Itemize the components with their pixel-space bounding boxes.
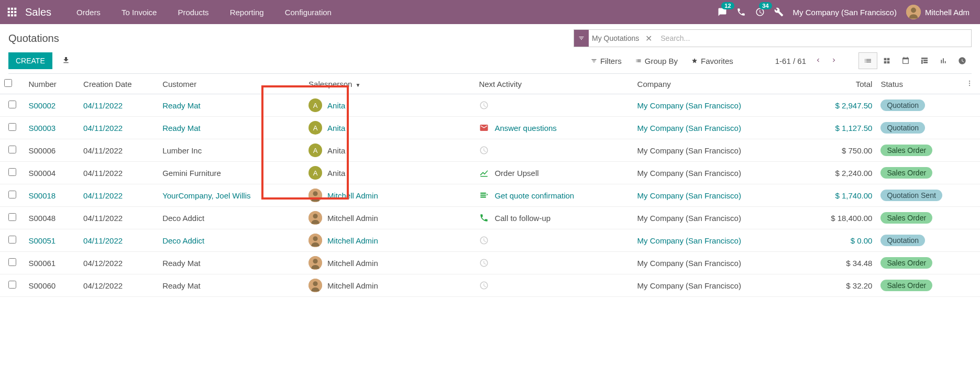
row-checkbox[interactable] bbox=[8, 281, 16, 289]
cell-activity[interactable] bbox=[475, 229, 633, 252]
column-customer[interactable]: Customer bbox=[158, 74, 304, 94]
table-row[interactable]: S0000604/11/2022Lumber IncAAnitaMy Compa… bbox=[0, 139, 980, 162]
groupby-dropdown[interactable]: Group By bbox=[635, 57, 678, 65]
cell-date[interactable]: 04/12/2022 bbox=[79, 252, 158, 274]
cell-date[interactable]: 04/11/2022 bbox=[79, 162, 158, 184]
cell-date[interactable]: 04/11/2022 bbox=[79, 117, 158, 139]
column-company[interactable]: Company bbox=[633, 74, 803, 94]
cell-company[interactable]: My Company (San Francisco) bbox=[633, 229, 803, 252]
cell-customer[interactable]: YourCompany, Joel Willis bbox=[158, 184, 304, 207]
cell-customer[interactable]: Gemini Furniture bbox=[158, 162, 304, 184]
cell-total[interactable]: $ 750.00 bbox=[803, 139, 876, 162]
cell-customer[interactable]: Ready Mat bbox=[158, 94, 304, 117]
messages-icon[interactable]: 12 bbox=[718, 7, 727, 17]
cell-customer[interactable]: Ready Mat bbox=[158, 117, 304, 139]
column-number[interactable]: Number bbox=[24, 74, 79, 94]
cell-salesperson[interactable]: AAnita bbox=[304, 139, 475, 162]
cell-status[interactable]: Sales Order bbox=[876, 274, 962, 297]
table-row[interactable]: S0004804/11/2022Deco AddictMitchell Admi… bbox=[0, 207, 980, 229]
favorites-dropdown[interactable]: Favorites bbox=[691, 57, 733, 65]
cell-activity[interactable] bbox=[475, 94, 633, 117]
search-facet-remove[interactable]: ✕ bbox=[642, 34, 655, 43]
table-row[interactable]: S0005104/11/2022Deco AddictMitchell Admi… bbox=[0, 229, 980, 252]
cell-number[interactable]: S00006 bbox=[24, 139, 79, 162]
cell-total[interactable]: $ 0.00 bbox=[803, 229, 876, 252]
cell-total[interactable]: $ 32.20 bbox=[803, 274, 876, 297]
pivot-view-button[interactable] bbox=[915, 52, 934, 69]
cell-status[interactable]: Quotation bbox=[876, 229, 962, 252]
cell-date[interactable]: 04/11/2022 bbox=[79, 207, 158, 229]
cell-status[interactable]: Sales Order bbox=[876, 139, 962, 162]
cell-customer[interactable]: Deco Addict bbox=[158, 229, 304, 252]
column-optional[interactable] bbox=[962, 74, 980, 94]
cell-company[interactable]: My Company (San Francisco) bbox=[633, 274, 803, 297]
cell-total[interactable]: $ 2,240.00 bbox=[803, 162, 876, 184]
activity-view-button[interactable] bbox=[953, 52, 972, 69]
cell-salesperson[interactable]: Mitchell Admin bbox=[304, 184, 475, 207]
cell-salesperson[interactable]: Mitchell Admin bbox=[304, 252, 475, 274]
cell-activity[interactable]: Answer questions bbox=[475, 117, 633, 139]
column-total[interactable]: Total bbox=[803, 74, 876, 94]
cell-total[interactable]: $ 18,400.00 bbox=[803, 207, 876, 229]
cell-status[interactable]: Quotation bbox=[876, 117, 962, 139]
cell-date[interactable]: 04/11/2022 bbox=[79, 184, 158, 207]
apps-menu-icon[interactable] bbox=[4, 4, 20, 20]
nav-menu-products[interactable]: Products bbox=[167, 2, 219, 23]
table-row[interactable]: S0001804/11/2022YourCompany, Joel Willis… bbox=[0, 184, 980, 207]
cell-date[interactable]: 04/12/2022 bbox=[79, 274, 158, 297]
cell-total[interactable]: $ 2,947.50 bbox=[803, 94, 876, 117]
search-input[interactable] bbox=[655, 30, 971, 47]
table-row[interactable]: S0000404/11/2022Gemini FurnitureAAnitaOr… bbox=[0, 162, 980, 184]
row-checkbox[interactable] bbox=[8, 168, 16, 176]
cell-salesperson[interactable]: Mitchell Admin bbox=[304, 207, 475, 229]
phone-icon[interactable] bbox=[736, 7, 746, 17]
cell-company[interactable]: My Company (San Francisco) bbox=[633, 162, 803, 184]
table-row[interactable]: S0000204/11/2022Ready MatAAnitaMy Compan… bbox=[0, 94, 980, 117]
cell-total[interactable]: $ 1,127.50 bbox=[803, 117, 876, 139]
cell-number[interactable]: S00060 bbox=[24, 274, 79, 297]
cell-activity[interactable] bbox=[475, 139, 633, 162]
select-all-checkbox[interactable] bbox=[4, 79, 12, 87]
row-checkbox[interactable] bbox=[8, 236, 16, 244]
app-name[interactable]: Sales bbox=[25, 6, 51, 18]
cell-number[interactable]: S00048 bbox=[24, 207, 79, 229]
row-checkbox[interactable] bbox=[8, 213, 16, 221]
cell-customer[interactable]: Ready Mat bbox=[158, 274, 304, 297]
cell-salesperson[interactable]: Mitchell Admin bbox=[304, 229, 475, 252]
column-next-activity[interactable]: Next Activity bbox=[475, 74, 633, 94]
cell-number[interactable]: S00018 bbox=[24, 184, 79, 207]
cell-salesperson[interactable]: Mitchell Admin bbox=[304, 274, 475, 297]
row-checkbox[interactable] bbox=[8, 191, 16, 198]
cell-number[interactable]: S00004 bbox=[24, 162, 79, 184]
row-checkbox[interactable] bbox=[8, 258, 16, 266]
nav-menu-reporting[interactable]: Reporting bbox=[219, 2, 274, 23]
calendar-view-button[interactable] bbox=[896, 52, 915, 69]
cell-company[interactable]: My Company (San Francisco) bbox=[633, 117, 803, 139]
cell-number[interactable]: S00002 bbox=[24, 94, 79, 117]
row-checkbox[interactable] bbox=[8, 123, 16, 131]
list-view-button[interactable] bbox=[858, 52, 877, 69]
cell-activity[interactable] bbox=[475, 252, 633, 274]
activities-icon[interactable]: 34 bbox=[755, 7, 765, 17]
kanban-view-button[interactable] bbox=[877, 52, 896, 69]
cell-total[interactable]: $ 1,740.00 bbox=[803, 184, 876, 207]
nav-menu-orders[interactable]: Orders bbox=[66, 2, 111, 23]
column-status[interactable]: Status bbox=[876, 74, 962, 94]
user-menu[interactable]: Mitchell Adm bbox=[906, 5, 970, 19]
cell-company[interactable]: My Company (San Francisco) bbox=[633, 94, 803, 117]
cell-number[interactable]: S00003 bbox=[24, 117, 79, 139]
filters-dropdown[interactable]: Filters bbox=[591, 57, 622, 65]
cell-customer[interactable]: Deco Addict bbox=[158, 207, 304, 229]
cell-company[interactable]: My Company (San Francisco) bbox=[633, 139, 803, 162]
graph-view-button[interactable] bbox=[934, 52, 953, 69]
cell-company[interactable]: My Company (San Francisco) bbox=[633, 184, 803, 207]
cell-company[interactable]: My Company (San Francisco) bbox=[633, 207, 803, 229]
cell-salesperson[interactable]: AAnita bbox=[304, 117, 475, 139]
create-button[interactable]: CREATE bbox=[8, 52, 52, 69]
cell-date[interactable]: 04/11/2022 bbox=[79, 229, 158, 252]
row-checkbox[interactable] bbox=[8, 101, 16, 108]
table-row[interactable]: S0006004/12/2022Ready MatMitchell AdminM… bbox=[0, 274, 980, 297]
pager-next[interactable] bbox=[828, 54, 840, 68]
column-creation-date[interactable]: Creation Date bbox=[79, 74, 158, 94]
cell-activity[interactable]: Call to follow-up bbox=[475, 207, 633, 229]
